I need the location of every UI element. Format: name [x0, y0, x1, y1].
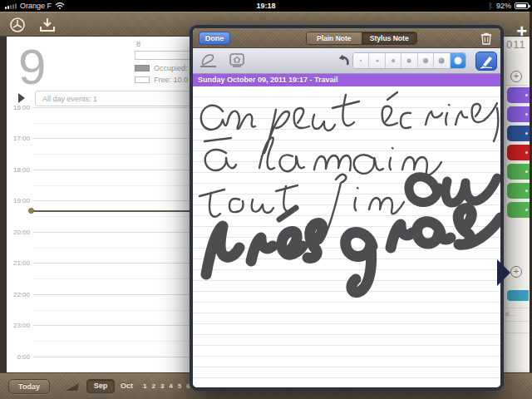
category-tab[interactable] — [507, 164, 532, 180]
page-curl-icon[interactable] — [66, 383, 79, 391]
pen-size-1[interactable] — [353, 53, 369, 68]
battery-percent-label: 92% — [496, 2, 511, 10]
clock-icon[interactable] — [8, 17, 27, 33]
add-note-button[interactable]: + — [510, 266, 522, 278]
handwriting-line-4 — [206, 208, 500, 293]
hour-label: 20:00 — [7, 229, 30, 236]
pen-size-4[interactable] — [401, 53, 417, 68]
date-item[interactable]: 4 — [169, 382, 172, 390]
month-tab-sep[interactable]: Sep — [86, 379, 115, 393]
pen-size-5[interactable] — [418, 53, 434, 68]
app-screen: Orange F 19:18 ᛒ 92% Day Week Month — [0, 0, 532, 399]
hour-label: 18:00 — [7, 166, 30, 174]
today-button[interactable]: Today — [8, 379, 50, 394]
free-legend: Free: 10.0 — [135, 76, 188, 84]
note-paper[interactable] — [193, 86, 500, 387]
category-tab[interactable] — [507, 87, 532, 103]
note-title-bar: Done Plain Note Stylus Note — [193, 28, 500, 48]
month-label-oct[interactable]: Oct — [121, 382, 133, 390]
pen-size-6[interactable] — [434, 53, 450, 68]
done-button[interactable]: Done — [199, 32, 230, 45]
import-icon[interactable] — [38, 17, 57, 33]
allday-disclosure-icon[interactable] — [18, 93, 25, 103]
gauge-label: 8 — [136, 40, 140, 48]
date-item[interactable]: 1 — [143, 382, 146, 390]
hour-label: 19:00 — [7, 197, 30, 204]
handwriting-line-1 — [201, 92, 498, 153]
note-tab[interactable] — [507, 290, 529, 301]
hour-label: 0:00 — [7, 353, 30, 361]
stylus-note-modal: Done Plain Note Stylus Note — [190, 25, 504, 391]
hour-label: 22:00 — [7, 291, 30, 298]
note-date-header: Sunday October 09, 2011 19:17 - Travail — [193, 74, 500, 86]
year-label: 011 — [506, 38, 526, 51]
handwriting-line-2 — [204, 137, 441, 175]
hour-label: 17:00 — [7, 135, 30, 142]
date-item[interactable]: 2 — [151, 382, 155, 390]
free-label: Free: 10.0 — [154, 76, 188, 84]
current-time-dot — [28, 208, 34, 214]
hour-label: 16:00 — [7, 104, 30, 111]
handwriting-word-ou — [409, 177, 497, 203]
pen-size-selector — [352, 52, 466, 69]
battery-icon — [515, 2, 529, 9]
occupied-swatch — [135, 65, 150, 71]
category-tab[interactable] — [507, 202, 532, 218]
status-bar: Orange F 19:18 ᛒ 92% — [0, 0, 532, 12]
category-tab[interactable] — [507, 106, 532, 122]
status-right: ᛒ 92% — [489, 0, 529, 12]
trash-icon[interactable] — [479, 31, 494, 46]
hour-label: 21:00 — [7, 259, 30, 267]
category-tab[interactable] — [507, 145, 532, 160]
undo-icon[interactable] — [334, 52, 352, 70]
free-swatch — [135, 76, 150, 83]
tab-stylus-note[interactable]: Stylus Note — [362, 32, 417, 44]
sidebar-expand-arrow-icon[interactable] — [497, 259, 510, 286]
category-tab[interactable] — [507, 183, 532, 199]
home-screen-icon[interactable] — [226, 52, 248, 70]
day-number: 9 — [18, 38, 46, 96]
pen-size-7-selected[interactable] — [451, 53, 466, 68]
note-type-switcher: Plain Note Stylus Note — [306, 32, 417, 45]
date-item[interactable]: 5 — [178, 382, 181, 390]
occupied-label: Occupied: — [154, 64, 188, 72]
pen-size-2[interactable] — [369, 53, 385, 68]
date-item[interactable]: 3 — [160, 382, 164, 390]
add-category-button[interactable]: + — [510, 71, 522, 82]
hour-label: 23:00 — [7, 322, 30, 329]
tab-plain-note[interactable]: Plain Note — [307, 32, 362, 44]
pencil-icon — [476, 52, 496, 70]
handwriting-ink[interactable] — [193, 86, 500, 387]
note-toolbar — [193, 48, 500, 74]
eraser-icon[interactable] — [198, 52, 219, 70]
bluetooth-icon: ᛒ — [489, 0, 493, 12]
note-snippet: d.... — [505, 311, 515, 317]
category-sidebar: 011 + + d.... — [502, 37, 530, 372]
clock-label: 19:18 — [0, 0, 532, 12]
pen-tool-button[interactable] — [475, 52, 497, 71]
occupied-legend: Occupied: — [135, 64, 188, 72]
pen-size-3[interactable] — [386, 53, 401, 68]
category-tab[interactable] — [507, 126, 532, 141]
